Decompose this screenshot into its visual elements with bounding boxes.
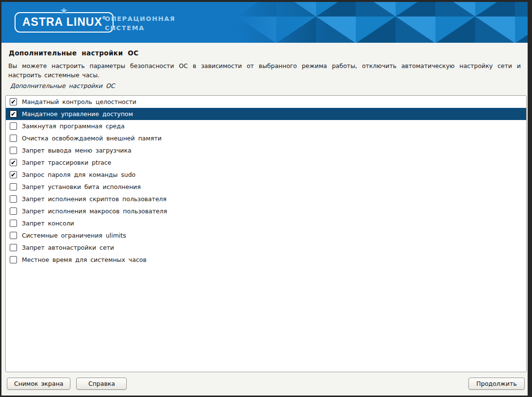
page-description: Вы можете настроить параметры безопаснос…: [8, 61, 521, 80]
astra-linux-logo: ★ ASTRA LINUX®: [15, 12, 114, 33]
checkbox-unchecked[interactable]: [10, 256, 17, 263]
option-label: Очистка освобождаемой внешней памяти: [22, 135, 162, 142]
list-item[interactable]: Запрет исполнения макросов пользователя: [6, 205, 526, 217]
checkbox-unchecked[interactable]: [10, 232, 17, 239]
checkbox-checked[interactable]: ✔: [10, 159, 17, 166]
checkbox-unchecked[interactable]: [10, 220, 17, 227]
list-caption: Дополнительные настройки ОС: [10, 82, 521, 89]
content-area: Дополнительные настройки ОС Вы можете на…: [1, 49, 528, 89]
checkbox-unchecked[interactable]: [10, 135, 17, 142]
page-title: Дополнительные настройки ОС: [9, 49, 521, 57]
list-item[interactable]: ✔Мандатное управление доступом: [6, 108, 526, 120]
checkbox-unchecked[interactable]: [10, 122, 17, 130]
option-label: Запрет исполнения макросов пользователя: [22, 207, 167, 215]
checkbox-unchecked[interactable]: [10, 195, 17, 203]
header-pattern-fade: [236, 2, 528, 43]
header-banner: ★ ASTRA LINUX® ОПЕРАЦИОННАЯ СИСТЕМА: [1, 2, 528, 43]
list-item[interactable]: Запрет консоли: [6, 217, 526, 229]
checkbox-unchecked[interactable]: [10, 183, 17, 190]
option-label: Запрет трассировки ptrace: [22, 159, 111, 166]
star-icon: ★: [60, 7, 68, 15]
option-label: Запрет установки бита исполнения: [22, 183, 141, 190]
list-item[interactable]: Местное время для системных часов: [6, 254, 526, 266]
footer-bar: Снимок экрана Справка Продолжить: [7, 378, 525, 390]
list-item[interactable]: Замкнутая программная среда: [6, 120, 526, 132]
header-subtitle: ОПЕРАЦИОННАЯ СИСТЕМА: [105, 15, 175, 33]
list-item[interactable]: Системные ограничения ulimits: [6, 229, 526, 242]
option-label: Запрет исполнения скриптов пользователя: [22, 195, 166, 203]
option-label: Мандатный контроль целостности: [22, 98, 136, 105]
checkbox-unchecked[interactable]: [10, 147, 17, 154]
checkbox-unchecked[interactable]: [10, 207, 17, 215]
option-label: Замкнутая программная среда: [22, 122, 125, 130]
checkbox-checked[interactable]: ✔: [10, 98, 17, 105]
list-item[interactable]: Запрет вывода меню загрузчика: [6, 144, 526, 156]
list-item[interactable]: ✔Запрет трассировки ptrace: [6, 156, 526, 169]
header-subtitle-line2: СИСТЕМА: [105, 24, 175, 33]
option-label: Запрет вывода меню загрузчика: [22, 147, 132, 154]
list-item[interactable]: Запрет автонастройки сети: [6, 242, 526, 254]
option-label: Системные ограничения ulimits: [22, 232, 126, 239]
option-label: Запрос пароля для команды sudo: [22, 171, 135, 178]
list-item[interactable]: ✔Мандатный контроль целостности: [6, 96, 526, 108]
option-label: Мандатное управление доступом: [22, 110, 133, 118]
checkbox-checked[interactable]: ✔: [10, 171, 17, 178]
installer-window: ★ ASTRA LINUX® ОПЕРАЦИОННАЯ СИСТЕМА Допо…: [0, 0, 532, 397]
header-subtitle-line1: ОПЕРАЦИОННАЯ: [105, 15, 175, 24]
list-item[interactable]: Очистка освобождаемой внешней памяти: [6, 132, 526, 144]
list-item[interactable]: Запрет исполнения скриптов пользователя: [6, 193, 526, 205]
help-button[interactable]: Справка: [76, 378, 127, 390]
list-item[interactable]: Запрет установки бита исполнения: [6, 181, 526, 193]
logo-text: ASTRA LINUX: [22, 16, 102, 28]
checkbox-checked[interactable]: ✔: [10, 110, 17, 118]
options-list[interactable]: ✔Мандатный контроль целостности✔Мандатно…: [5, 95, 527, 372]
screenshot-button[interactable]: Снимок экрана: [7, 378, 70, 390]
option-label: Местное время для системных часов: [22, 256, 147, 263]
checkbox-unchecked[interactable]: [10, 244, 17, 251]
option-label: Запрет автонастройки сети: [22, 244, 114, 251]
list-item[interactable]: ✔Запрос пароля для команды sudo: [6, 169, 526, 181]
option-label: Запрет консоли: [22, 220, 74, 227]
continue-button[interactable]: Продолжить: [468, 378, 525, 390]
